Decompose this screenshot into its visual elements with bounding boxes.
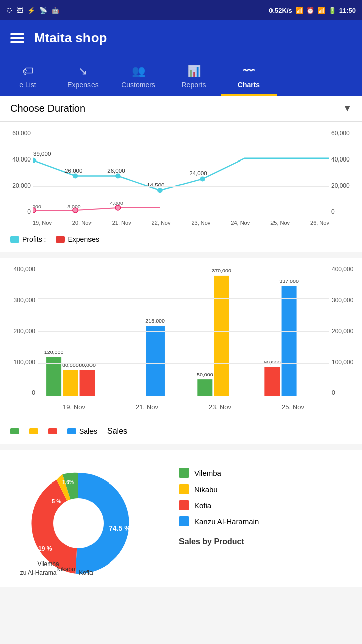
tab-charts[interactable]: 〰 Charts: [221, 61, 277, 96]
bar: [80, 370, 95, 396]
line-chart: 60,000 40,000 20,000 0 60,000 40,000 20,…: [5, 130, 357, 230]
expenses-legend-color: [56, 236, 65, 243]
bar-legend-yellow: [29, 428, 38, 434]
bar: [63, 370, 78, 396]
bar-legend-green-color: [10, 428, 19, 434]
expenses-tab-icon: ↘: [78, 65, 87, 78]
bar-legend-red: [48, 428, 57, 434]
pie-chart-svg: 74.5 % 19 % 5 % 1.6% Vilemba Nikabu Kofi…: [8, 458, 169, 579]
bar-label: 337,000: [279, 278, 299, 284]
annotation: 39,000: [33, 151, 51, 157]
shield-icon: 🛡: [6, 7, 13, 14]
line-chart-container: 60,000 40,000 20,000 0 60,000 40,000 20,…: [0, 122, 362, 252]
reports-tab-icon: 📊: [187, 65, 201, 78]
pie-legend: Vilemba Nikabu Kofia Kanzu Al-Haramain S…: [179, 458, 354, 546]
bar-chart: 400,000 300,000 200,000 100,000 0 400,00…: [5, 266, 357, 422]
battery-icon: 🔋: [328, 7, 336, 14]
nikabu-legend-label: Nikabu: [194, 485, 218, 494]
pie-bottom-label: Kofia: [79, 569, 93, 576]
line-chart-svg: 39,000 26,000 26,000 14,500 24,000 3,000…: [33, 130, 329, 215]
app-icon: 🤖: [51, 7, 59, 14]
duration-label: Choose Duration: [10, 103, 85, 114]
annotation: 4,000: [110, 200, 124, 206]
kofia-legend-label: Kofia: [194, 501, 211, 510]
nikabu-legend-color: [179, 484, 189, 494]
bar: [146, 326, 165, 396]
bar-chart-container: 400,000 300,000 200,000 100,000 0 400,00…: [0, 258, 362, 444]
grid-line: [38, 298, 329, 299]
grid-line: [33, 158, 329, 158]
tab-customers[interactable]: 👥 Customers: [111, 61, 166, 96]
annotation: 26,000: [65, 168, 82, 174]
tab-reports[interactable]: 📊 Reports: [166, 61, 221, 96]
app-bar: Mtaita shop: [0, 20, 362, 55]
bar: [264, 367, 280, 396]
line-chart-legend: Profits : Expenses: [5, 235, 357, 244]
grid-line: [38, 266, 329, 266]
wifi-icon: 📶: [295, 7, 303, 14]
bar-legend-green: [10, 428, 19, 434]
bar-label: 370,000: [212, 268, 231, 273]
status-icons: 🛡 🖼 ⚡ 📡 🤖: [6, 7, 59, 14]
usb-icon: ⚡: [27, 7, 35, 14]
hamburger-menu[interactable]: [10, 33, 24, 43]
dropdown-arrow-icon: ▼: [343, 103, 352, 114]
duration-selector[interactable]: Choose Duration ▼: [0, 96, 362, 122]
tab-charts-label: Charts: [238, 80, 260, 89]
line-chart-y-left: 60,000 40,000 20,000 0: [5, 130, 33, 215]
profits-legend-color: [10, 236, 19, 243]
bar-legend-red-color: [48, 428, 57, 434]
line-chart-area: 39,000 26,000 26,000 14,500 24,000 3,000…: [33, 130, 329, 215]
expense-point: [115, 205, 121, 210]
grid-line: [38, 331, 329, 332]
kofia-legend-color: [179, 500, 189, 510]
profits-legend-label: Profits :: [22, 235, 46, 244]
broadcast-icon: 📡: [39, 7, 47, 14]
list-tab-icon: 🏷: [22, 65, 33, 78]
tab-expenses[interactable]: ↘ Expenses: [55, 61, 111, 96]
pie-label-red: 19 %: [38, 545, 52, 552]
bar: [197, 379, 212, 396]
bar: [214, 276, 229, 396]
annotation: 14,500: [147, 183, 164, 189]
profit-point: [200, 176, 205, 181]
bar-chart-x-labels: 19, Nov 21, Nov 23, Nov 25, Nov: [38, 396, 329, 417]
profit-point: [73, 173, 78, 178]
line-chart-x-labels: 19, Nov 20, Nov 21, Nov 22, Nov 23, Nov …: [33, 215, 329, 230]
pie-label-green: 1.6%: [62, 479, 74, 485]
time-display: 11:50: [339, 7, 356, 14]
expenses-legend-label: Expenses: [68, 235, 99, 244]
bar-legend-sales-text: Sales: [107, 427, 127, 436]
bar-chart-y-left: 400,000 300,000 200,000 100,000 0: [5, 266, 38, 396]
tab-expenses-label: Expenses: [67, 80, 98, 89]
tab-list[interactable]: 🏷 e List: [0, 61, 55, 96]
pie-label-blue: 74.5 %: [109, 524, 131, 532]
status-info: 0.52K/s 📶 ⏰ 📶 🔋 11:50: [269, 7, 356, 14]
bar-chart-area: 120,000 80,000 80,000 215,000 50,000 370…: [38, 266, 329, 396]
bar-legend-blue-color: [67, 428, 76, 434]
annotation: 24,000: [189, 171, 207, 177]
app-title: Mtaita shop: [34, 30, 107, 46]
navigation-tabs: 🏷 e List ↘ Expenses 👥 Customers 📊 Report…: [0, 55, 362, 96]
bar: [46, 357, 61, 396]
kanzu-legend-label: Kanzu Al-Haramain: [194, 517, 259, 526]
bar-label: 215,000: [145, 318, 165, 324]
bar-legend-blue: Sales: [67, 427, 97, 435]
pie-chart-section: 74.5 % 19 % 5 % 1.6% Vilemba Nikabu Kofi…: [0, 450, 362, 587]
expenses-legend-item: Expenses: [56, 235, 99, 244]
grid-line: [38, 363, 329, 364]
status-bar: 🛡 🖼 ⚡ 📡 🤖 0.52K/s 📶 ⏰ 📶 🔋 11:50: [0, 0, 362, 20]
bar-label: 90,000: [264, 360, 281, 365]
pie-legend-kofia: Kofia: [179, 500, 354, 510]
charts-tab-icon: 〰: [243, 65, 254, 78]
signal-icon: 📶: [317, 7, 325, 14]
pie-center: [53, 498, 104, 548]
customers-tab-icon: 👥: [132, 65, 145, 78]
image-icon: 🖼: [17, 7, 23, 14]
profit-point: [33, 158, 36, 163]
tab-customers-label: Customers: [121, 80, 155, 89]
pie-legend-vilemba: Vilemba: [179, 468, 354, 478]
line-chart-y-right: 60,000 40,000 20,000 0: [329, 130, 357, 215]
vilemba-legend-color: [179, 468, 189, 478]
profit-point: [157, 188, 163, 193]
